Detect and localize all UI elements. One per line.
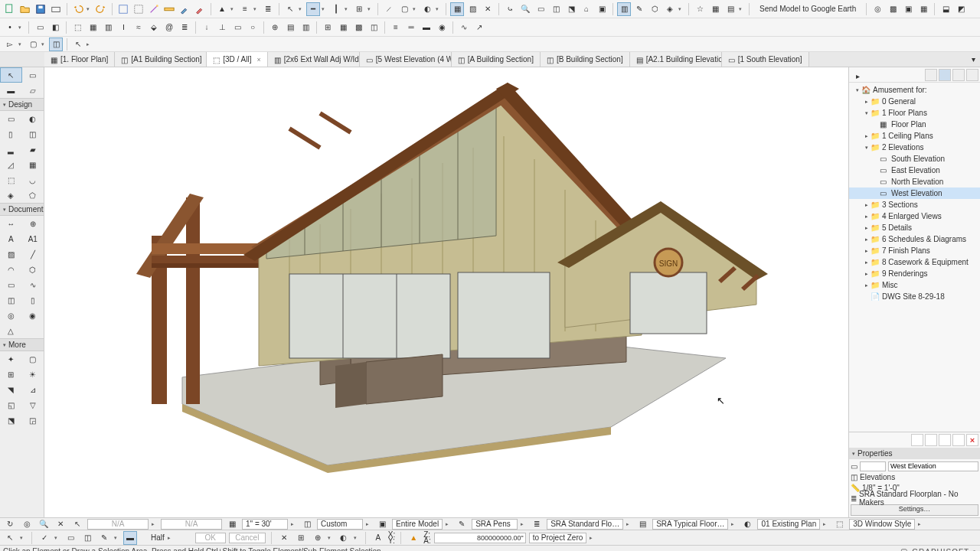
q2-i-icon[interactable]: ◐: [337, 531, 351, 545]
scale-select[interactable]: 1" = 30': [242, 519, 288, 530]
tree-ceiling[interactable]: ▸📁1 Ceiling Plans: [849, 130, 980, 142]
q2-a-icon[interactable]: ✓: [38, 531, 51, 545]
tab-b-section[interactable]: ◫[B Building Section]: [541, 52, 630, 67]
q1-d-icon[interactable]: ↖: [70, 517, 84, 531]
nav-btn-2[interactable]: [925, 434, 937, 446]
tr2-k-icon[interactable]: ≣: [178, 21, 191, 34]
tr2-e-icon[interactable]: ▦: [86, 21, 100, 34]
tree-finish[interactable]: ▸📁7 Finish Plans: [849, 245, 980, 256]
line-tool[interactable]: ╱: [22, 246, 44, 262]
tr2-o-icon[interactable]: ○: [246, 21, 260, 34]
ext1-icon[interactable]: ◎: [871, 2, 884, 16]
ext2-icon[interactable]: ▩: [886, 2, 900, 16]
tree-sections[interactable]: ▸📁3 Sections: [849, 199, 980, 210]
distribute-icon[interactable]: ≡: [238, 2, 252, 16]
undo-icon[interactable]: [71, 2, 85, 16]
suspend-icon[interactable]: ⟋: [382, 2, 396, 16]
door-tool[interactable]: ◐: [22, 111, 44, 126]
fill-tool[interactable]: ▨: [0, 246, 22, 262]
slab-tool[interactable]: ▰: [22, 142, 44, 157]
spline-tool[interactable]: ∿: [22, 277, 44, 292]
fit-icon[interactable]: ▭: [534, 2, 547, 16]
roof-tool[interactable]: ◿: [0, 157, 22, 172]
tr2-m-icon[interactable]: ⊥: [215, 21, 229, 34]
dropper-icon[interactable]: [178, 2, 191, 16]
new-icon[interactable]: [3, 2, 17, 16]
align-icon[interactable]: ≣: [261, 2, 275, 16]
change-tool[interactable]: △: [0, 323, 22, 338]
q1-j-icon[interactable]: ▤: [635, 517, 649, 531]
zoom-select[interactable]: Custom: [317, 519, 363, 530]
arrange-icon[interactable]: ▲: [215, 2, 229, 16]
zoom-icon[interactable]: 🔍: [518, 2, 532, 16]
solidop-icon[interactable]: ✎: [632, 2, 646, 16]
plot-icon[interactable]: [49, 2, 63, 16]
att-tool[interactable]: ⬔: [0, 412, 22, 428]
tab-ext-wall[interactable]: ▥[2x6 Ext Wall Adj W/Id…: [268, 52, 360, 67]
rad-tool[interactable]: ⊿: [22, 382, 44, 397]
coord-readout[interactable]: 800000000.00": [434, 533, 526, 543]
view2-icon[interactable]: ⬔: [564, 2, 578, 16]
name-field[interactable]: [888, 461, 978, 471]
label-tool[interactable]: A1: [22, 231, 44, 246]
nav-btn-3[interactable]: [939, 434, 951, 446]
mr-arrow-icon[interactable]: ↖: [71, 37, 85, 51]
close-icon[interactable]: ×: [257, 56, 261, 64]
lamp-tool[interactable]: ☀: [22, 367, 44, 382]
tree-general[interactable]: ▸📁0 General: [849, 96, 980, 107]
tab-a-section[interactable]: ◫[A Building Section]: [452, 52, 541, 67]
3dstyle-select[interactable]: 3D Window Style: [849, 519, 915, 530]
redo-icon[interactable]: [94, 2, 108, 16]
text-tool[interactable]: A: [0, 231, 22, 246]
det-tool[interactable]: ◎: [0, 308, 22, 323]
poly-tool[interactable]: ⬡: [22, 262, 44, 277]
home-icon[interactable]: ⌂: [580, 2, 593, 16]
nav-btn-delete[interactable]: ×: [966, 434, 978, 446]
tr2-b-icon[interactable]: ▭: [33, 21, 47, 34]
ie-tool[interactable]: ◱: [0, 397, 22, 412]
properties-header[interactable]: Properties: [849, 448, 980, 459]
tr2-n-icon[interactable]: ▭: [230, 21, 244, 34]
tr2-h-icon[interactable]: ≈: [132, 21, 145, 34]
tr2-aa-icon[interactable]: ∿: [457, 21, 471, 34]
cap-icon[interactable]: ▤: [724, 2, 737, 16]
pick-icon[interactable]: [116, 2, 130, 16]
shell-tool[interactable]: ◡: [22, 172, 44, 187]
nav-tab-viewmap[interactable]: [939, 69, 951, 81]
ws-tool[interactable]: ◉: [22, 308, 44, 323]
navigator-tree[interactable]: ▾🏠Amusement for: ▸📁0 General ▾📁1 Floor P…: [849, 83, 980, 432]
wand-icon[interactable]: [147, 2, 161, 16]
inject-icon[interactable]: [193, 2, 207, 16]
tree-misc[interactable]: ▸📁Misc: [849, 279, 980, 291]
tab-south-elev[interactable]: ▭[1 South Elevation]: [722, 52, 809, 67]
q2-d-icon[interactable]: ✎: [97, 531, 111, 545]
guide-h-icon[interactable]: ━: [306, 2, 320, 16]
nav-tab-layout[interactable]: [952, 69, 965, 81]
tree-schedules[interactable]: ▸📁6 Schedules & Diagrams: [849, 233, 980, 245]
nav-btn-4[interactable]: [952, 434, 965, 446]
wall-tool-d[interactable]: ▭: [0, 111, 22, 126]
other-tool[interactable]: ▽: [22, 397, 44, 412]
tree-west-elev[interactable]: ▭West Elevation: [849, 187, 980, 199]
grid-snap-icon[interactable]: ⊞: [352, 2, 366, 16]
view1-icon[interactable]: ◫: [549, 2, 563, 16]
curtain-tool[interactable]: ▦: [22, 157, 44, 172]
q1-g-icon[interactable]: ▣: [375, 517, 389, 531]
mr-c-icon[interactable]: ◫: [49, 37, 63, 51]
tr2-l-icon[interactable]: ↓: [200, 21, 214, 34]
tr2-x-icon[interactable]: ═: [404, 21, 418, 34]
dim-tool[interactable]: ↔: [0, 216, 22, 231]
q1-i-icon[interactable]: ≣: [530, 517, 544, 531]
mr-b-icon[interactable]: ▢: [26, 37, 40, 51]
toolbox-head-document[interactable]: Document: [0, 203, 44, 216]
ext3-icon[interactable]: ▣: [901, 2, 915, 16]
tree-floor-plans[interactable]: ▾📁1 Floor Plans: [849, 107, 980, 119]
window-tool[interactable]: ◫: [22, 126, 44, 142]
q2-c-icon[interactable]: ◫: [80, 531, 94, 545]
marquee-tool[interactable]: ▭: [22, 67, 44, 83]
beam-tool[interactable]: ▂: [0, 142, 22, 157]
nav-btn-1[interactable]: [911, 434, 923, 446]
tree-root[interactable]: ▾🏠Amusement for:: [849, 84, 980, 96]
tr2-c-icon[interactable]: ◧: [48, 21, 62, 34]
tabs-overflow-icon[interactable]: ▾: [966, 52, 980, 66]
